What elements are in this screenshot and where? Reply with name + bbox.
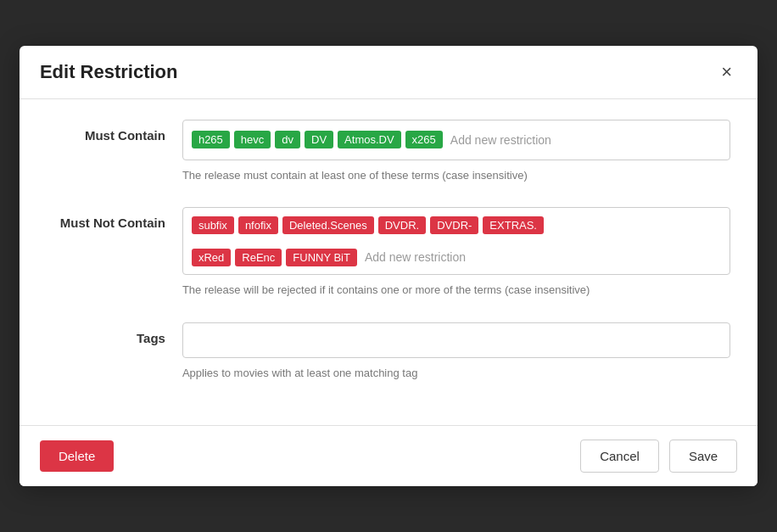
tag-hevc[interactable]: hevc (234, 131, 271, 148)
tag-x265[interactable]: x265 (405, 131, 443, 148)
must-not-contain-hint: The release will be rejected if it conta… (182, 282, 730, 299)
must-contain-row: Must Contain h265 hevc dv DV Atmos.DV x2… (47, 120, 730, 184)
cancel-button[interactable]: Cancel (580, 440, 659, 473)
tag-atmos-dv[interactable]: Atmos.DV (338, 131, 401, 148)
modal-overlay: Edit Restriction × Must Contain h265 hev… (0, 0, 777, 532)
tag-funny-bit[interactable]: FUNNY BiT (286, 249, 357, 266)
tag-h265[interactable]: h265 (192, 131, 230, 148)
tag-deleted-scenes[interactable]: Deleted.Scenes (282, 216, 374, 234)
must-contain-input[interactable]: h265 hevc dv DV Atmos.DV x265 Add new re… (182, 120, 730, 160)
edit-restriction-modal: Edit Restriction × Must Contain h265 hev… (20, 46, 757, 487)
tag-subfix[interactable]: subfix (192, 216, 234, 234)
tag-dv-upper[interactable]: DV (305, 131, 333, 148)
modal-footer: Delete Cancel Save (20, 425, 757, 486)
must-contain-label: Must Contain (47, 120, 182, 143)
save-button[interactable]: Save (669, 440, 737, 473)
tag-dvdr-dot[interactable]: DVDR. (378, 216, 426, 234)
tags-hint: Applies to movies with at least one matc… (182, 365, 730, 382)
must-not-contain-add-text[interactable]: Add new restriction (361, 249, 469, 266)
tags-input[interactable] (182, 322, 730, 358)
tag-xred[interactable]: xRed (192, 249, 231, 266)
tags-content: Applies to movies with at least one matc… (182, 322, 730, 382)
must-not-contain-row: Must Not Contain subfix nfofix Deleted.S… (47, 207, 730, 299)
modal-title: Edit Restriction (40, 61, 178, 83)
tags-row: Tags Applies to movies with at least one… (47, 322, 730, 382)
tag-reenc[interactable]: ReEnc (235, 249, 282, 266)
tags-label: Tags (47, 322, 182, 345)
footer-right-buttons: Cancel Save (580, 440, 737, 473)
tag-dv-lower[interactable]: dv (275, 131, 300, 148)
must-contain-add-text[interactable]: Add new restriction (447, 132, 555, 148)
delete-button[interactable]: Delete (40, 440, 114, 472)
modal-body: Must Contain h265 hevc dv DV Atmos.DV x2… (20, 99, 757, 426)
modal-header: Edit Restriction × (20, 46, 757, 99)
must-contain-hint: The release must contain at least one of… (182, 167, 730, 184)
must-not-contain-label: Must Not Contain (47, 207, 182, 230)
must-contain-content: h265 hevc dv DV Atmos.DV x265 Add new re… (182, 120, 730, 184)
close-button[interactable]: × (716, 61, 737, 83)
tag-nfofix[interactable]: nfofix (238, 216, 278, 234)
must-not-contain-input[interactable]: subfix nfofix Deleted.Scenes DVDR. DVDR-… (182, 207, 730, 275)
tag-dvdr-dash[interactable]: DVDR- (430, 216, 478, 234)
must-not-contain-content: subfix nfofix Deleted.Scenes DVDR. DVDR-… (182, 207, 730, 299)
tag-extras[interactable]: EXTRAS. (483, 216, 544, 234)
